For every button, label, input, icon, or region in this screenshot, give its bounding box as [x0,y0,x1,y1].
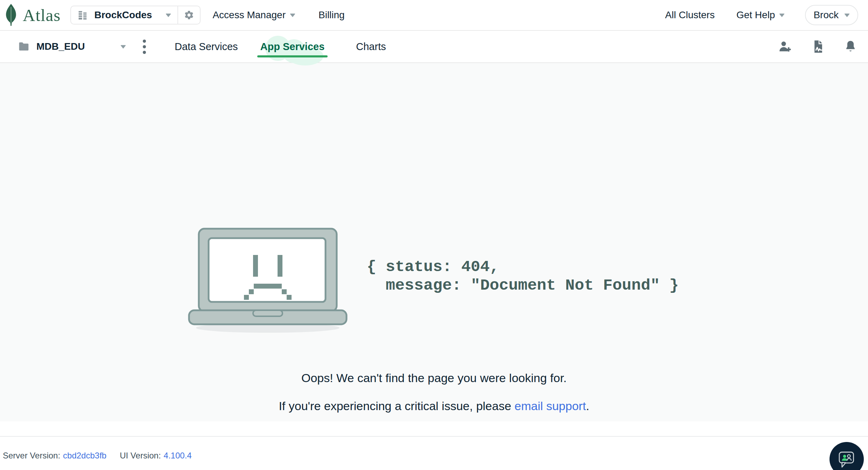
org-picker: BrockCodes [70,6,201,25]
user-name: Brock [813,9,839,21]
notifications-button[interactable] [844,39,857,54]
tab-app-services[interactable]: App Services [260,31,325,62]
billing-label: Billing [318,9,345,21]
all-clusters-link[interactable]: All Clusters [665,9,715,21]
gear-icon [184,10,194,20]
error-json-block: { status: 404, message: "Document Not Fo… [367,258,679,295]
access-manager-label: Access Manager [212,9,286,21]
email-support-link[interactable]: email support [514,399,586,413]
tab-data-services[interactable]: Data Services [175,31,238,62]
get-help-label: Get Help [736,9,775,21]
folder-icon [18,42,29,51]
chevron-down-icon [290,13,295,17]
top-navbar: Atlas BrockCodes Access Manager [0,0,868,31]
product-tabs: Data Services App Services Charts [175,31,386,62]
get-help-menu[interactable]: Get Help [736,9,785,21]
user-menu-button[interactable]: Brock [805,5,858,25]
error-headline: Oops! We can't find the page you were lo… [0,371,868,385]
project-select-button[interactable]: MDB_EDU [18,41,126,52]
project-name: MDB_EDU [36,41,85,52]
ui-version-label: UI Version: [120,451,161,461]
chevron-down-icon [120,45,126,49]
brand-name: Atlas [23,5,61,25]
chat-people-icon [842,455,851,461]
chevron-down-icon [166,13,171,17]
page-footer: Server Version: cbd2dcb3fb UI Version: 4… [0,421,868,470]
activity-feed-icon [811,39,825,54]
billing-link[interactable]: Billing [318,9,345,21]
chat-bubble-icon [837,449,856,470]
support-prefix: If you're experiencing a critical issue,… [279,399,514,413]
support-message: If you're experiencing a critical issue,… [0,399,868,413]
chevron-down-icon [779,13,785,17]
server-version-label: Server Version: [3,451,60,461]
sad-laptop-illustration [186,224,350,333]
server-version-link[interactable]: cbd2dcb3fb [63,451,106,461]
ui-version-link[interactable]: 4.100.4 [164,451,192,461]
organization-icon [77,9,89,21]
atlas-logo[interactable]: Atlas [4,4,61,27]
support-suffix: . [586,399,589,413]
access-manager-menu[interactable]: Access Manager [212,9,295,21]
invite-user-icon [778,40,792,53]
tab-charts[interactable]: Charts [356,31,386,62]
footer-divider [0,436,868,437]
activity-feed-button[interactable] [811,39,825,54]
chevron-down-icon [844,13,850,17]
invite-user-button[interactable] [778,40,792,53]
org-settings-button[interactable] [177,6,200,24]
active-tab-underline [257,55,328,57]
error-page-content: { status: 404, message: "Document Not Fo… [0,63,868,421]
bell-icon [844,39,857,54]
mongodb-leaf-icon [4,4,18,27]
project-nav-actions [778,39,868,54]
org-name: BrockCodes [94,9,152,21]
project-navbar: MDB_EDU Data Services App Services Chart… [0,31,868,63]
project-options-menu[interactable] [141,37,148,56]
org-select-button[interactable]: BrockCodes [71,6,177,24]
all-clusters-label: All Clusters [665,9,715,21]
